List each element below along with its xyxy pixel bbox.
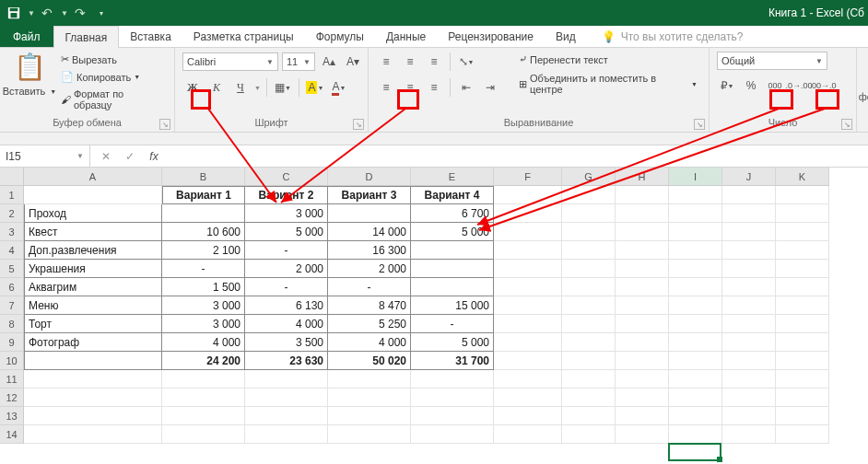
cell[interactable]: Торт [24,315,162,333]
cell[interactable] [494,389,562,407]
cell[interactable] [616,407,669,425]
column-header[interactable]: K [776,168,829,186]
cell[interactable] [562,204,616,223]
qat-dropdown-icon[interactable]: ▼ [28,9,35,17]
cell[interactable] [669,241,722,260]
cell[interactable] [494,352,562,370]
cell[interactable] [494,241,562,260]
cell[interactable] [328,389,411,407]
cell[interactable]: 3 000 [245,204,328,223]
align-bottom-icon[interactable]: ≡ [424,52,444,72]
cell[interactable] [24,407,162,425]
cell[interactable] [669,315,722,333]
row-header[interactable]: 2 [0,204,24,223]
number-format-combo[interactable]: Общий▼ [717,52,827,70]
column-header[interactable]: D [328,168,411,186]
cell[interactable] [669,204,722,223]
cell[interactable] [669,296,722,315]
cell[interactable]: 5 000 [411,223,494,241]
cancel-formula-icon[interactable]: ✕ [98,150,114,163]
cell[interactable]: 14 000 [328,223,411,241]
cell[interactable] [562,333,616,352]
italic-button[interactable]: К [206,77,227,98]
cell[interactable]: Украшения [24,260,162,278]
cell[interactable] [328,407,411,425]
cell[interactable] [494,315,562,333]
row-header[interactable]: 5 [0,260,24,278]
cell[interactable]: - [245,278,328,296]
cell[interactable] [494,333,562,352]
tab-review[interactable]: Рецензирование [437,26,545,47]
cell[interactable] [24,352,162,370]
cell[interactable] [776,204,829,223]
cell[interactable] [669,278,722,296]
cell[interactable]: Меню [24,296,162,315]
cell[interactable]: Фотограф [24,333,162,352]
row-header[interactable]: 13 [0,407,24,425]
cell[interactable] [562,278,616,296]
cell[interactable] [616,352,669,370]
cell[interactable]: 1 500 [162,278,245,296]
wrap-text-button[interactable]: ⤶Перенести текст [515,52,701,67]
undo-icon[interactable]: ↶ [39,5,55,21]
row-header[interactable]: 8 [0,315,24,333]
row-header[interactable]: 10 [0,352,24,370]
cell[interactable] [616,204,669,223]
formula-input[interactable] [170,150,861,163]
cell[interactable] [494,407,562,425]
cell[interactable] [616,296,669,315]
cell[interactable] [162,370,245,389]
column-header[interactable]: I [669,168,722,186]
tell-me[interactable]: 💡 Что вы хотите сделать? [602,26,744,47]
cell[interactable]: - [411,315,494,333]
font-launcher-icon[interactable]: ↘ [353,119,364,130]
cell[interactable] [722,407,776,425]
cell[interactable] [562,389,616,407]
cell[interactable]: Вариант 3 [328,186,411,204]
number-launcher-icon[interactable]: ↘ [841,119,852,130]
cell[interactable] [616,425,669,444]
increase-font-icon[interactable]: A▴ [319,52,339,72]
cell[interactable] [669,407,722,425]
fx-icon[interactable]: fx [146,150,162,163]
cell[interactable] [562,315,616,333]
cell[interactable] [162,407,245,425]
cell[interactable] [24,370,162,389]
cell[interactable] [722,425,776,444]
border-button[interactable]: ▦▼ [273,77,293,98]
cell[interactable] [722,296,776,315]
cell[interactable] [616,389,669,407]
cell[interactable] [776,425,829,444]
cell[interactable] [776,223,829,241]
cell[interactable]: Аквагрим [24,278,162,296]
row-header[interactable]: 11 [0,370,24,389]
cell[interactable] [776,186,829,204]
merge-center-button[interactable]: ⊞Объединить и поместить в центре▼ [515,71,701,97]
cell[interactable] [162,425,245,444]
alignment-launcher-icon[interactable]: ↘ [694,119,705,130]
cell[interactable] [494,425,562,444]
cell[interactable] [562,260,616,278]
select-all-corner[interactable] [0,168,24,186]
cell[interactable] [562,241,616,260]
save-icon[interactable] [6,5,22,21]
align-center-icon[interactable]: ≡ [400,77,420,98]
cell[interactable] [776,370,829,389]
cell[interactable]: Доп.развлечения [24,241,162,260]
cell[interactable] [616,370,669,389]
cell[interactable] [562,425,616,444]
undo-dropdown-icon[interactable]: ▼ [61,9,68,17]
cell[interactable] [669,370,722,389]
cell[interactable] [776,241,829,260]
cell[interactable] [494,204,562,223]
cell[interactable] [411,389,494,407]
row-header[interactable]: 1 [0,186,24,204]
cell[interactable] [669,186,722,204]
cell[interactable] [411,407,494,425]
cell[interactable] [245,425,328,444]
cell[interactable] [616,260,669,278]
cell[interactable] [616,278,669,296]
cell[interactable] [722,204,776,223]
cell[interactable] [411,370,494,389]
cell[interactable] [494,186,562,204]
